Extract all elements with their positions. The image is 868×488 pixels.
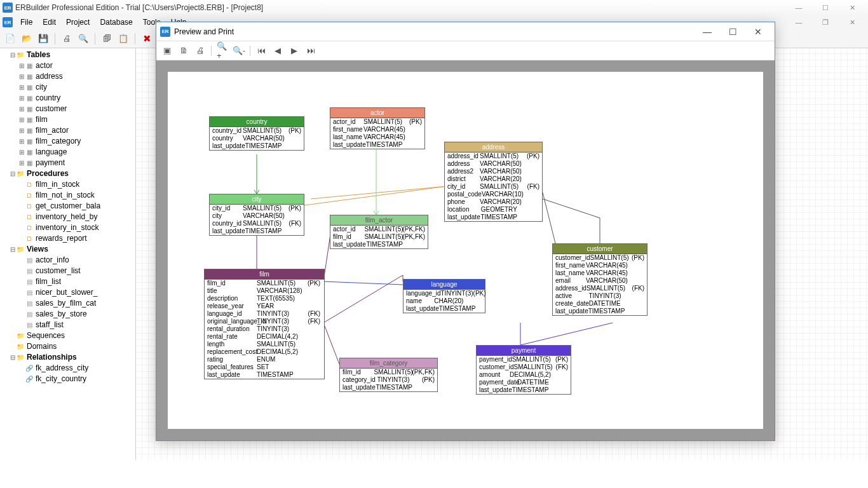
- er-col: phoneVARCHAR(20): [445, 198, 542, 206]
- er-table-city[interactable]: citycity_idSMALLINT(5)(PK)cityVARCHAR(50…: [209, 194, 304, 236]
- er-table-country[interactable]: countrycountry_idSMALLINT(5)(PK)countryV…: [209, 116, 304, 151]
- menu-database[interactable]: Database: [95, 17, 137, 28]
- maximize-button[interactable]: ☐: [812, 1, 839, 14]
- tree-proc-inventory_in_stock[interactable]: 🗋inventory_in_stock: [18, 222, 135, 233]
- dialog-titlebar[interactable]: ER Preview and Print — ☐ ✕: [156, 22, 775, 41]
- menu-file[interactable]: File: [15, 17, 37, 28]
- menu-project[interactable]: Project: [61, 17, 95, 28]
- er-col: last_updateTIMESTAMP: [403, 305, 485, 313]
- er-col: create_dateDATETIME: [553, 300, 647, 308]
- tree-view-staff_list[interactable]: ▤staff_list: [18, 320, 135, 330]
- er-table-customer[interactable]: customercustomer_idSMALLINT(5)(PK)first_…: [552, 243, 648, 316]
- dialog-title: Preview and Print: [174, 27, 234, 36]
- mdi-restore-button[interactable]: ❐: [812, 16, 839, 29]
- tree-view-film_list[interactable]: ▤film_list: [18, 276, 135, 287]
- er-table-address[interactable]: addressaddress_idSMALLINT(5)(PK)addressV…: [444, 142, 543, 222]
- mdi-close-button[interactable]: ✕: [839, 16, 865, 29]
- tree-proc-inventory_held_by[interactable]: 🗋inventory_held_by: [18, 212, 135, 222]
- tree-view-customer_list[interactable]: ▤customer_list: [18, 266, 135, 276]
- tree-procedures[interactable]: ⊟📁Procedures: [9, 168, 135, 179]
- app-icon: ER: [3, 3, 13, 13]
- copy-icon[interactable]: 🗐: [100, 32, 113, 45]
- tree-views[interactable]: ⊟📁Views: [9, 244, 135, 255]
- er-col: last_nameVARCHAR(45): [553, 269, 647, 277]
- er-table-film_actor[interactable]: film_actoractor_idSMALLINT(5)(PK,FK)film…: [330, 215, 428, 249]
- export-icon[interactable]: 🗎: [178, 45, 189, 57]
- er-col: lengthSMALLINT(5): [205, 341, 324, 348]
- tree-table-address[interactable]: ⊞▦address: [18, 71, 135, 82]
- minimize-button[interactable]: —: [785, 1, 812, 14]
- tree-table-film_category[interactable]: ⊞▦film_category: [18, 136, 135, 147]
- preview-icon[interactable]: 🔍: [77, 32, 90, 45]
- tree-rel-fk_city_country[interactable]: 🔗fk_city_country: [18, 374, 135, 384]
- tree-relationships[interactable]: ⊟📁Relationships: [9, 352, 135, 363]
- tree-table-actor[interactable]: ⊞▦actor: [18, 60, 135, 71]
- first-page-icon[interactable]: ⏮: [255, 45, 267, 57]
- tree-proc-rewards_report[interactable]: 🗋rewards_report: [18, 233, 135, 244]
- er-table-film_category[interactable]: film_categoryfilm_idSMALLINT(5)(PK,FK)ca…: [339, 358, 438, 392]
- delete-icon[interactable]: ✖: [140, 32, 153, 45]
- dlg-minimize-button[interactable]: —: [695, 23, 720, 41]
- er-header: language: [403, 280, 485, 290]
- menu-edit[interactable]: Edit: [37, 17, 61, 28]
- mdi-minimize-button[interactable]: —: [785, 16, 812, 29]
- tree-view-sales_by_film_cat[interactable]: ▤sales_by_film_cat: [18, 298, 135, 309]
- er-col: ratingENUM: [205, 356, 324, 363]
- er-col: last_updateTIMESTAMP: [205, 371, 324, 379]
- tree-tables[interactable]: ⊟📁Tables: [9, 50, 135, 60]
- er-col: addressVARCHAR(50): [445, 160, 542, 168]
- er-col: country_idSMALLINT(5)(FK): [210, 220, 304, 227]
- zoom-in-icon[interactable]: 🔍+: [217, 45, 228, 57]
- tree-domains[interactable]: 📁Domains: [9, 341, 135, 352]
- er-col: payment_idSMALLINT(5)(PK): [477, 356, 571, 363]
- er-table-film[interactable]: filmfilm_idSMALLINT(5)(PK)titleVARCHAR(1…: [204, 269, 325, 379]
- er-table-actor[interactable]: actoractor_idSMALLINT(5)(PK)first_nameVA…: [330, 107, 425, 149]
- print-icon[interactable]: 🖨: [194, 45, 206, 57]
- tree-view-nicer_but_slower_[interactable]: ▤nicer_but_slower_: [18, 287, 135, 298]
- er-page: countrycountry_idSMALLINT(5)(PK)countryV…: [168, 72, 763, 429]
- dialog-icon: ER: [160, 27, 170, 37]
- tree-table-film_actor[interactable]: ⊞▦film_actor: [18, 125, 135, 136]
- er-col: category_idTINYINT(3)(PK): [340, 376, 437, 384]
- er-col: actor_idSMALLINT(5)(PK,FK): [330, 226, 428, 233]
- prev-page-icon[interactable]: ◀: [272, 45, 283, 57]
- er-col: replacement_costDECIMAL(5,2): [205, 348, 324, 356]
- next-page-icon[interactable]: ▶: [288, 45, 300, 57]
- er-col: countryVARCHAR(50): [210, 135, 304, 142]
- close-button[interactable]: ✕: [839, 1, 865, 14]
- tree-sequences[interactable]: 📁Sequences: [9, 330, 135, 341]
- tree-view-sales_by_store[interactable]: ▤sales_by_store: [18, 309, 135, 320]
- open-icon[interactable]: 📂: [20, 32, 33, 45]
- er-col: last_updateTIMESTAMP: [210, 142, 304, 150]
- tree-table-country[interactable]: ⊞▦country: [18, 93, 135, 104]
- tree-table-film[interactable]: ⊞▦film: [18, 114, 135, 125]
- er-table-language[interactable]: languagelanguage_idTINYINT(3)(PK)nameCHA…: [403, 279, 485, 313]
- tree-proc-film_in_stock[interactable]: 🗋film_in_stock: [18, 179, 135, 190]
- tree-sidebar[interactable]: ⊟📁Tables ⊞▦actor⊞▦address⊞▦city⊞▦country…: [0, 48, 136, 460]
- tree-proc-film_not_in_stock[interactable]: 🗋film_not_in_stock: [18, 190, 135, 201]
- er-col: address2VARCHAR(50): [445, 168, 542, 175]
- er-col: payment_dateDATETIME: [477, 379, 571, 386]
- zoom-out-icon[interactable]: 🔍-: [233, 45, 245, 57]
- er-col: descriptionTEXT(65535): [205, 295, 324, 302]
- er-header: address: [445, 142, 542, 152]
- new-file-icon[interactable]: 📄: [4, 32, 17, 45]
- tree-table-customer[interactable]: ⊞▦customer: [18, 104, 135, 114]
- er-table-payment[interactable]: paymentpayment_idSMALLINT(5)(PK)customer…: [476, 345, 571, 395]
- tree-rel-fk_address_city[interactable]: 🔗fk_address_city: [18, 363, 135, 374]
- last-page-icon[interactable]: ⏭: [305, 45, 316, 57]
- er-col: release_yearYEAR: [205, 302, 324, 310]
- dlg-close-button[interactable]: ✕: [745, 23, 771, 41]
- er-col: film_idSMALLINT(5)(PK,FK): [330, 233, 428, 241]
- dlg-maximize-button[interactable]: ☐: [720, 23, 745, 41]
- image-icon[interactable]: ▣: [161, 45, 173, 57]
- tree-table-city[interactable]: ⊞▦city: [18, 82, 135, 93]
- tree-table-payment[interactable]: ⊞▦payment: [18, 158, 135, 168]
- tree-table-language[interactable]: ⊞▦language: [18, 147, 135, 158]
- save-icon[interactable]: 💾: [37, 32, 50, 45]
- er-header: film_actor: [330, 215, 428, 226]
- paste-icon[interactable]: 📋: [117, 32, 130, 45]
- tree-proc-get_customer_bala[interactable]: 🗋get_customer_bala: [18, 201, 135, 212]
- print-icon[interactable]: 🖨: [60, 32, 73, 45]
- tree-view-actor_info[interactable]: ▤actor_info: [18, 255, 135, 266]
